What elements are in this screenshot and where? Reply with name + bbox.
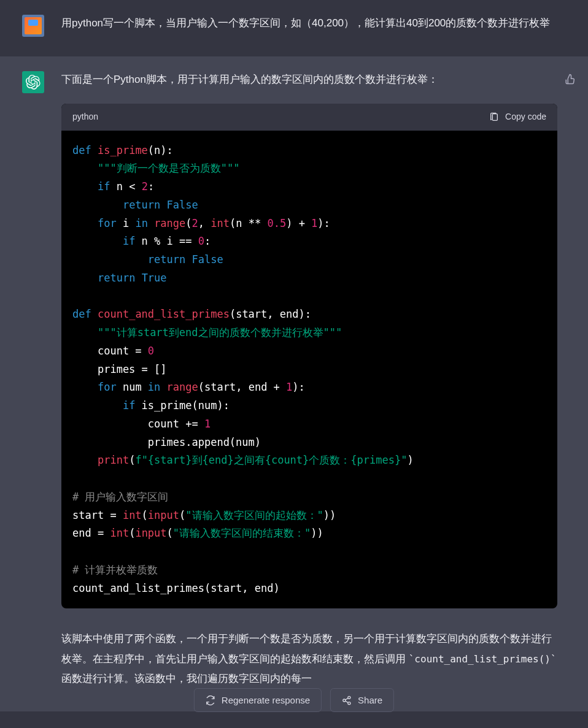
- code-language-label: python: [72, 110, 98, 125]
- assistant-explanation: 该脚本中使用了两个函数，一个用于判断一个数是否为质数，另一个用于计算数字区间内的…: [61, 629, 557, 689]
- code-header: python Copy code: [61, 104, 557, 131]
- svg-point-2: [343, 699, 346, 702]
- bottom-action-bar: Regenerate response Share: [194, 688, 394, 712]
- copy-code-label: Copy code: [505, 110, 546, 125]
- thumbs-up-button[interactable]: [565, 74, 576, 87]
- copy-code-button[interactable]: Copy code: [489, 110, 546, 125]
- user-message-row: 用python写一个脚本，当用户输入一个数字区间，如（40,200），能计算出4…: [0, 0, 588, 56]
- share-label: Share: [358, 695, 382, 705]
- code-content[interactable]: def is_prime(n): """判断一个数是否为质数""" if n <…: [61, 131, 557, 609]
- svg-point-1: [348, 696, 350, 699]
- assistant-intro: 下面是一个Python脚本，用于计算用户输入的数字区间内的质数个数并进行枚举：: [61, 71, 557, 89]
- clipboard-icon: [489, 112, 499, 122]
- code-block: python Copy code def is_prime(n): """判断一…: [61, 104, 557, 609]
- assistant-message-row: 下面是一个Python脚本，用于计算用户输入的数字区间内的质数个数并进行枚举： …: [0, 56, 588, 711]
- assistant-avatar: [22, 71, 44, 93]
- assistant-message: 下面是一个Python脚本，用于计算用户输入的数字区间内的质数个数并进行枚举： …: [61, 71, 557, 689]
- regenerate-icon: [206, 695, 215, 705]
- share-button[interactable]: Share: [330, 688, 394, 712]
- regenerate-label: Regenerate response: [222, 695, 310, 705]
- thumbs-up-icon: [565, 74, 576, 85]
- share-icon: [342, 695, 352, 705]
- svg-rect-0: [492, 113, 497, 120]
- regenerate-button[interactable]: Regenerate response: [194, 688, 322, 712]
- svg-point-3: [348, 702, 350, 704]
- user-avatar: [22, 15, 44, 37]
- user-message-text: 用python写一个脚本，当用户输入一个数字区间，如（40,200），能计算出4…: [61, 15, 565, 33]
